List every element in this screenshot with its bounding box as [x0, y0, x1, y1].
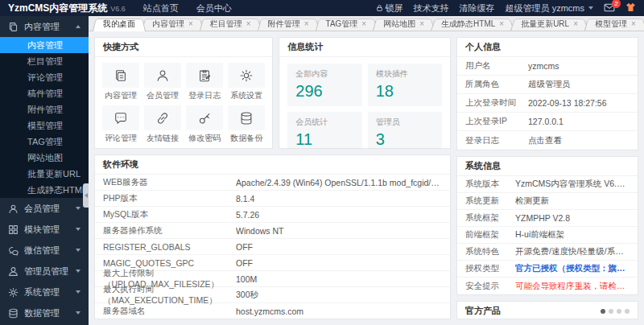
tab-my-desktop[interactable]: 我的桌面 — [93, 17, 146, 31]
table-row: 服务器操作系统Windows NT — [95, 223, 450, 239]
sidebar-item-tag[interactable]: TAG管理 — [0, 134, 89, 150]
sidebar-group-content[interactable]: 内容管理 — [0, 16, 89, 37]
table-row: 用户名yzmcms — [457, 57, 638, 76]
chevron-down-icon — [76, 207, 80, 210]
sidebar-item-model[interactable]: 模型管理 — [0, 117, 89, 134]
chevron-down-icon — [76, 228, 80, 231]
link-chain-icon — [155, 111, 170, 125]
tab-category[interactable]: 栏目管理 — [200, 17, 262, 31]
dashboard-content: 快捷方式 内容管理 会员管理 — [89, 31, 644, 325]
sidebar-group-member[interactable]: 会员管理 — [0, 198, 89, 219]
tab-static-html[interactable]: 生成静态HTML — [431, 17, 514, 31]
table-row: 系统更新检测更新 — [457, 193, 638, 210]
close-icon[interactable] — [631, 19, 636, 28]
clear-cache-button[interactable]: 清除缓存 — [460, 2, 495, 14]
sidebar-collapse-toggle[interactable] — [83, 183, 89, 208]
shortcuts-panel: 快捷方式 内容管理 会员管理 — [94, 37, 273, 149]
content-copy-icon — [114, 68, 128, 83]
software-env-panel: 软件环境 WEB服务器Apache/2.4.39 (Win64) OpenSSL… — [94, 154, 451, 319]
close-icon[interactable] — [246, 19, 251, 28]
table-row: MySQL版本5.7.26 — [95, 207, 450, 223]
carousel-dot[interactable] — [601, 309, 605, 314]
chevron-down-icon — [76, 249, 80, 252]
stat-admins[interactable]: 管理员 3 — [368, 112, 442, 149]
module-grid-icon — [8, 224, 19, 235]
close-icon[interactable] — [499, 19, 504, 28]
check-update-link[interactable]: 检测更新 — [515, 195, 549, 207]
table-row: 登录日志点击查看 — [457, 131, 638, 150]
tab-attachment[interactable]: 附件管理 — [258, 17, 320, 31]
shortcut-friend-links[interactable]: 友情链接 — [144, 105, 181, 144]
table-row: 授权类型官方已授权（授权类型：旗舰版[终身授权]） — [457, 261, 638, 278]
tech-support-link[interactable]: 技术支持 — [414, 2, 449, 14]
shortcut-change-password[interactable]: 修改密码 — [186, 105, 223, 144]
carousel-dot[interactable] — [609, 309, 613, 314]
sidebar-group-system[interactable]: 系统管理 — [0, 282, 89, 302]
carousel-dot[interactable] — [625, 309, 630, 314]
table-row: 服务器域名host.yzmcms.com — [95, 303, 450, 319]
nav-site-home[interactable]: 站点首页 — [143, 2, 179, 14]
shortcut-member-manage[interactable]: 会员管理 — [144, 63, 181, 101]
sidebar-group-admin[interactable]: 管理员管理 — [0, 261, 89, 282]
theme-shirt-button[interactable] — [625, 2, 636, 14]
app-version: V6.6 — [110, 5, 126, 13]
nav-member-center[interactable]: 会员中心 — [196, 2, 232, 14]
table-row: 系统特色开源免费/速度快/轻量级/系统简洁/安全稳定... — [457, 244, 638, 261]
close-icon[interactable] — [573, 19, 578, 28]
close-icon[interactable] — [188, 19, 193, 28]
shortcut-comment-manage[interactable]: 评论管理 — [102, 105, 139, 144]
messages-button[interactable]: 2 — [604, 3, 615, 14]
table-row: 最大执行时间（MAX_EXECUTION_TIME）300秒 — [95, 287, 450, 303]
sidebar-submenu: 内容管理 栏目管理 评论管理 稿件管理 附件管理 模型管理 TAG管理 网站地图… — [0, 37, 89, 198]
user-menu[interactable]: 超级管理员 yzmcms — [506, 2, 593, 14]
sidebar-group-data[interactable]: 数据管理 — [0, 302, 89, 323]
settings-gear-icon — [8, 287, 19, 298]
login-log-link[interactable]: 点击查看 — [528, 135, 562, 146]
table-row: WEB服务器Apache/2.4.39 (Win64) OpenSSL/1.1.… — [95, 175, 450, 191]
stat-members[interactable]: 会员统计 11 — [287, 112, 361, 149]
sidebar-group-wechat[interactable]: 微信管理 — [0, 240, 89, 261]
tab-model[interactable]: 模型管理 — [584, 17, 644, 31]
panel-title: 个人信息 — [465, 38, 501, 56]
stat-total-content[interactable]: 全部内容 296 — [287, 64, 361, 106]
app-logo: YzmCMS内容管理系统V6.6 — [8, 2, 126, 15]
sidebar-item-attachment[interactable]: 附件管理 — [0, 101, 89, 117]
shortcut-data-backup[interactable]: 数据备份 — [228, 105, 265, 144]
shortcut-content-manage[interactable]: 内容管理 — [102, 63, 139, 101]
arrow-left-icon — [85, 193, 88, 198]
close-icon[interactable] — [419, 19, 424, 28]
login-log-icon — [197, 68, 212, 83]
chevron-down-icon — [76, 290, 80, 294]
password-key-icon — [197, 111, 212, 125]
shortcut-login-log[interactable]: 登录日志 — [186, 63, 223, 101]
statistics-panel: 信息统计 全部内容 296 模块插件 18 会员统计 — [279, 37, 451, 149]
sidebar-group-module[interactable]: 模块管理 — [0, 219, 89, 240]
carousel-dot[interactable] — [617, 309, 621, 314]
sidebar-item-sitemap[interactable]: 网站地图 — [0, 150, 89, 166]
lock-screen-button[interactable]: 锁屏 — [376, 2, 403, 14]
close-icon[interactable] — [361, 19, 366, 28]
member-user-icon — [8, 204, 19, 214]
table-row: 系统框架YZMPHP V2.8 — [457, 210, 638, 227]
profile-panel: 个人信息 用户名yzmcms 所属角色超级管理员 上次登录时间2022-09-1… — [456, 37, 638, 150]
table-row: 所属角色超级管理员 — [457, 76, 638, 94]
sidebar-item-draft[interactable]: 稿件管理 — [0, 85, 89, 101]
sidebar-item-category[interactable]: 栏目管理 — [0, 53, 89, 69]
stat-module-plugins[interactable]: 模块插件 18 — [368, 64, 442, 106]
shortcut-system-settings[interactable]: 系统设置 — [228, 63, 265, 101]
sidebar-item-comment[interactable]: 评论管理 — [0, 69, 89, 85]
tab-sitemap[interactable]: 网站地图 — [373, 17, 435, 31]
system-info-panel: 系统信息 系统版本YzmCMS内容管理系统 V6.6(20220916) 系统更… — [456, 156, 638, 295]
wechat-icon — [8, 245, 19, 256]
panel-title: 官方产品 — [465, 302, 501, 319]
tab-content[interactable]: 内容管理 — [142, 17, 204, 31]
tab-batch-url[interactable]: 批量更新URL — [510, 17, 588, 31]
sidebar-item-batch-url[interactable]: 批量更新URL — [0, 166, 89, 182]
sidebar-item-content[interactable]: 内容管理 — [0, 37, 89, 53]
main-area: 我的桌面 内容管理 栏目管理 附件管理 TAG管理 网站地图 生成静态HTML … — [89, 16, 644, 325]
close-icon[interactable] — [304, 19, 309, 28]
tab-tag[interactable]: TAG管理 — [316, 17, 378, 31]
panel-title: 快捷方式 — [103, 38, 138, 56]
sidebar-item-static-html[interactable]: 生成静态HTML — [0, 182, 89, 198]
chevron-down-icon — [76, 269, 80, 273]
